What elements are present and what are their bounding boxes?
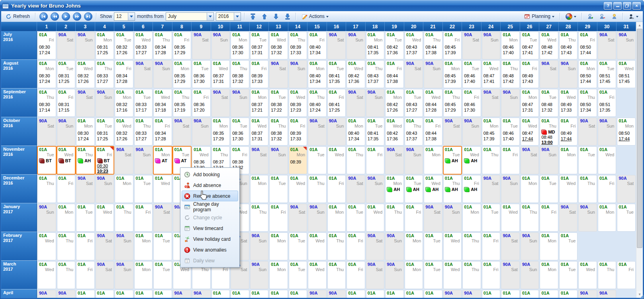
day-column-header[interactable]: 4 (95, 22, 115, 31)
day-column-header[interactable]: 2 (57, 22, 76, 31)
day-cell[interactable]: 90ASun (366, 175, 385, 203)
day-cell[interactable]: 01AFri08:4417:38 (424, 118, 442, 146)
minimize-button[interactable] (613, 2, 622, 10)
day-cell[interactable]: 01AMon08:3217:16 (115, 89, 133, 117)
day-column-header[interactable]: 23 (462, 22, 482, 31)
day-cell[interactable]: 01AMon08:4617:40 (501, 31, 520, 59)
day-cell[interactable]: 01AMon08:3017:24 (37, 60, 56, 88)
day-cell[interactable]: 01AThu08:4317:37 (405, 118, 423, 146)
day-cell[interactable]: 01ATue (482, 204, 501, 232)
day-column-header[interactable]: 26 (520, 22, 540, 31)
day-cell[interactable]: 01ATue08:3617:30 (231, 118, 249, 146)
day-cell[interactable]: 01AFri08:3017:24 (37, 31, 56, 59)
day-cell[interactable]: 90A (173, 290, 192, 298)
day-column-header[interactable]: 19 (385, 22, 404, 31)
day-column-header[interactable]: 16 (327, 22, 346, 31)
day-cell[interactable]: 01ATue (346, 204, 365, 232)
day-cell[interactable]: 90ASun (37, 204, 56, 232)
day-cell[interactable]: 90ASat (559, 204, 578, 232)
day-cell[interactable]: 01A (76, 290, 95, 298)
day-cell[interactable]: 01AMon (115, 175, 133, 203)
day-cell[interactable]: 01ATue (617, 204, 636, 232)
day-cell[interactable]: 90ASat (57, 31, 76, 59)
day-cell[interactable]: 01A (211, 290, 230, 298)
day-cell[interactable]: 01AThu08:5017:34 (578, 89, 597, 117)
day-cell[interactable]: 01A (289, 290, 307, 298)
day-cell[interactable]: 01AWed (37, 261, 56, 289)
day-cell[interactable]: 01ATue08:4317:27 (405, 89, 423, 117)
day-cell[interactable]: 01A (250, 290, 269, 298)
day-cell[interactable]: 01A (96, 290, 114, 298)
day-cell[interactable]: 90ASun (289, 60, 307, 88)
day-cell[interactable]: 01AThu08:4317:37 (366, 60, 385, 88)
day-cell[interactable]: 90ASun (96, 175, 114, 203)
day-cell[interactable]: 01ATue08:3817:22 (269, 89, 288, 117)
day-cell[interactable]: 01AThu (57, 261, 76, 289)
day-column-header[interactable]: 18 (366, 22, 385, 31)
day-cell[interactable]: 01AFri08:3617:20 (192, 89, 211, 117)
day-column-header[interactable]: 31 (617, 22, 636, 31)
day-cell[interactable]: 01ATue08:3617:30 (192, 60, 211, 88)
day-cell[interactable]: 90ASun (115, 261, 133, 289)
day-column-header[interactable]: 20 (404, 22, 424, 31)
day-cell[interactable]: 90ASat (346, 89, 365, 117)
day-cell[interactable]: 01AWed08:3217:26 (76, 60, 95, 88)
scroll-up-button[interactable]: ▲ (636, 22, 643, 29)
day-column-header[interactable]: 10 (211, 22, 231, 31)
day-column-header[interactable]: 21 (423, 22, 443, 31)
day-cell[interactable]: 01ATue08:3317:17 (134, 89, 153, 117)
day-cell[interactable]: 01AFri08:5117:35 (598, 89, 617, 117)
day-cell[interactable]: 01ATue (559, 232, 578, 260)
day-cell[interactable]: 90ASat (424, 204, 442, 232)
menu-item-view-holiday-card[interactable]: View holiday card (182, 234, 238, 244)
day-cell[interactable]: 01AFri08:4017:34 (308, 31, 327, 59)
day-cell[interactable]: 01AFri (134, 204, 153, 232)
day-cell[interactable]: 01AThuAH (76, 146, 95, 175)
day-cell[interactable]: 01AThu (250, 204, 269, 232)
day-cell[interactable]: 01A (269, 290, 288, 298)
day-cell[interactable]: 01AThu (578, 175, 597, 203)
day-cell[interactable]: 01AWed08:5117:45 (617, 60, 636, 88)
day-cell[interactable]: 01AWed08:4717:44 (521, 118, 539, 146)
day-cell[interactable]: 01ATue08:3717:31 (250, 31, 269, 59)
scrollbar-thumb[interactable] (637, 29, 642, 248)
day-cell[interactable]: 01ATue (269, 175, 288, 203)
day-cell[interactable]: 01AThu (115, 204, 133, 232)
day-cell[interactable]: 01AFri (405, 204, 423, 232)
menu-item-add-booking[interactable]: Add booking (182, 169, 238, 180)
menu-item-remove-absence[interactable]: Remove absence (182, 191, 238, 201)
day-cell[interactable]: 01AMon (134, 232, 153, 260)
day-cell[interactable]: 01AMon08:3117:25 (96, 31, 114, 59)
day-cell[interactable]: 01ATue (559, 261, 578, 289)
day-column-header[interactable]: 8 (172, 22, 192, 31)
day-cell[interactable]: 01ATueBT (37, 146, 57, 175)
day-cell[interactable]: 01AWed08:4417:28 (424, 89, 442, 117)
day-cell[interactable]: 01AMon (327, 204, 346, 232)
day-cell[interactable]: 01AWedAH (424, 175, 442, 203)
day-cell[interactable]: 01AWed08:3417:18 (153, 89, 172, 117)
menu-item-add-absence[interactable]: Add absence (182, 180, 238, 191)
day-cell[interactable]: 01AThu08:3917:33 (289, 31, 307, 59)
move-to-top-button[interactable] (248, 13, 258, 20)
day-cell[interactable]: 90ASat (134, 60, 153, 88)
start-month-select[interactable]: July (166, 12, 214, 21)
day-cell[interactable]: 01AThu08:3317:27 (134, 118, 153, 146)
day-cell[interactable]: 01AMon08:4517:39 (443, 60, 462, 88)
day-cell[interactable]: 01AWed (578, 261, 597, 289)
day-cell[interactable]: 01AWed (96, 204, 114, 232)
day-cell[interactable]: 01AFriAH (462, 175, 481, 203)
day-cell[interactable]: 01AMon (462, 204, 481, 232)
day-cell[interactable]: 01AWed (559, 175, 578, 203)
day-cell[interactable]: 90ASun (76, 31, 95, 59)
day-column-header[interactable]: 13 (269, 22, 288, 31)
day-cell[interactable]: 01AWed08:4217:36 (385, 118, 404, 146)
day-cell[interactable]: 01A (134, 290, 153, 298)
close-button[interactable]: × (632, 2, 641, 10)
day-cell[interactable]: 90ASun (57, 118, 76, 146)
day-cell[interactable]: 01AMon (250, 175, 269, 203)
day-cell[interactable]: 01AThu08:4417:38 (424, 31, 442, 59)
day-cell[interactable]: 01AFri08:4917:43 (521, 60, 539, 88)
day-cell[interactable]: 01AWed (153, 175, 172, 203)
day-cell[interactable]: 01AMon08:3617:30 (231, 31, 249, 59)
start-year-select[interactable]: 2016 (216, 12, 241, 21)
